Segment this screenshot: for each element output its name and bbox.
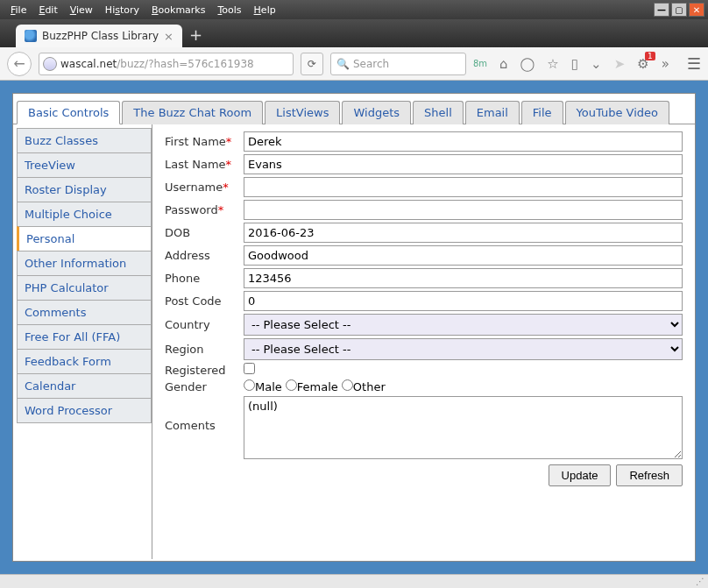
top-tab-file[interactable]: File	[521, 101, 563, 124]
menu-bookmarks[interactable]: Bookmarks	[146, 3, 210, 18]
top-tab-listviews[interactable]: ListViews	[265, 101, 340, 124]
addon-badge: 1	[645, 52, 655, 60]
top-tab-the-buzz-chat-room[interactable]: The Buzz Chat Room	[122, 101, 263, 124]
search-icon: 🔍	[336, 58, 350, 70]
search-box[interactable]: 🔍 Search	[330, 53, 466, 75]
browser-toolbar: ← wascal.net/buzz/?hash=576c161938 ⟳ 🔍 S…	[0, 47, 708, 81]
tab-close-icon[interactable]: ×	[164, 30, 173, 43]
sidebar-item-feedback-form[interactable]: Feedback Form	[17, 349, 152, 373]
label-post-code: Post Code	[165, 294, 244, 308]
label-phone: Phone	[165, 272, 244, 285]
timer-indicator[interactable]: 8m	[473, 59, 487, 68]
send-icon[interactable]: ➤	[614, 56, 626, 72]
window-titlebar: File Edit View History Bookmarks Tools H…	[0, 0, 708, 19]
url-host: wascal.net	[60, 58, 117, 70]
chat-icon[interactable]: ◯	[520, 56, 535, 72]
label-dob: DOB	[165, 226, 244, 239]
browser-tabstrip: BuzzPHP Class Library × +	[0, 19, 708, 47]
back-button[interactable]: ←	[7, 52, 32, 76]
top-tab-shell[interactable]: Shell	[413, 101, 464, 124]
pocket-icon[interactable]: ⌄	[591, 56, 602, 72]
sidebar-item-treeview[interactable]: TreeView	[17, 152, 152, 177]
label-password: Password*	[165, 203, 244, 216]
globe-icon	[43, 57, 57, 71]
sidebar-item-personal[interactable]: Personal	[17, 226, 152, 251]
resize-grip-icon[interactable]: ⋰	[696, 577, 704, 586]
label-registered: Registered	[165, 364, 244, 377]
close-button[interactable]: ✕	[689, 3, 704, 17]
home-icon[interactable]: ⌂	[499, 56, 508, 72]
gender-radio-female[interactable]	[286, 379, 297, 391]
sidebar-item-roster-display[interactable]: Roster Display	[17, 177, 152, 202]
label-gender: Gender	[165, 380, 244, 393]
url-text: wascal.net/buzz/?hash=576c161938	[60, 58, 289, 70]
url-path: /buzz/?hash=576c161938	[117, 58, 253, 70]
gender-radio-male[interactable]	[244, 379, 255, 391]
addon-icon[interactable]: ⚙1	[637, 56, 648, 72]
sidebar-item-php-calculator[interactable]: PHP Calculator	[17, 275, 152, 300]
gender-radio-other[interactable]	[342, 379, 353, 391]
phone-input[interactable]	[244, 268, 683, 288]
gender-option-other[interactable]: Other	[342, 379, 386, 393]
window-controls: — ▢ ✕	[654, 3, 708, 17]
bookmark-star-icon[interactable]: ☆	[547, 56, 558, 72]
top-tab-email[interactable]: Email	[465, 101, 520, 124]
sidebar-item-multiple-choice[interactable]: Multiple Choice	[17, 202, 152, 226]
username-input[interactable]	[244, 177, 683, 197]
sidebar-item-comments[interactable]: Comments	[17, 300, 152, 324]
comments-textarea[interactable]: (null)	[244, 396, 683, 459]
page-background: Basic ControlsThe Buzz Chat RoomListView…	[0, 81, 708, 574]
label-address: Address	[165, 249, 244, 262]
update-button[interactable]: Update	[549, 464, 612, 486]
menu-history[interactable]: History	[100, 3, 145, 18]
label-last-name: Last Name*	[165, 158, 244, 171]
clipboard-icon[interactable]: ▯	[571, 56, 578, 72]
post-code-input[interactable]	[244, 291, 683, 311]
label-country: Country	[165, 318, 244, 331]
new-tab-button[interactable]: +	[189, 25, 202, 44]
menu-help[interactable]: Help	[249, 3, 281, 18]
menu-view[interactable]: View	[65, 3, 98, 18]
hamburger-menu-icon[interactable]: ☰	[687, 54, 701, 73]
tab-title: BuzzPHP Class Library	[42, 30, 159, 42]
dob-input[interactable]	[244, 223, 683, 243]
menu-edit[interactable]: Edit	[33, 3, 62, 18]
menu-file[interactable]: File	[5, 3, 32, 18]
label-first-name: First Name*	[165, 135, 244, 148]
region-select[interactable]: -- Please Select --	[244, 338, 683, 360]
address-input[interactable]	[244, 245, 683, 266]
menu-bar: File Edit View History Bookmarks Tools H…	[0, 3, 281, 18]
status-bar: ⋰	[0, 574, 708, 588]
minimize-button[interactable]: —	[654, 3, 669, 17]
search-placeholder: Search	[353, 58, 389, 70]
gender-option-male[interactable]: Male	[244, 379, 282, 393]
label-comments: Coments	[165, 396, 244, 432]
password-input[interactable]	[244, 200, 683, 220]
sidebar-item-free-for-all-ffa-[interactable]: Free For All (FFA)	[17, 324, 152, 349]
overflow-button[interactable]: »	[662, 56, 669, 72]
sidebar-item-buzz-classes[interactable]: Buzz Classes	[17, 128, 152, 152]
sidebar: Buzz ClassesTreeViewRoster DisplayMultip…	[13, 124, 152, 559]
gender-option-female[interactable]: Female	[286, 379, 338, 393]
first-name-input[interactable]	[244, 131, 683, 152]
refresh-button[interactable]: Refresh	[616, 464, 683, 486]
toolbar-icons: 8m ⌂ ◯ ☆ ▯ ⌄ ➤ ⚙1 » ☰	[473, 54, 701, 73]
main-tabs: Basic ControlsThe Buzz Chat RoomListView…	[13, 94, 695, 124]
maximize-button[interactable]: ▢	[671, 3, 687, 17]
page-card: Basic ControlsThe Buzz Chat RoomListView…	[12, 93, 696, 562]
top-tab-youtube-video[interactable]: YouTube Video	[565, 101, 669, 124]
last-name-input[interactable]	[244, 154, 683, 174]
sidebar-item-word-processor[interactable]: Word Processor	[17, 398, 152, 423]
content-row: Buzz ClassesTreeViewRoster DisplayMultip…	[13, 124, 695, 559]
url-bar[interactable]: wascal.net/buzz/?hash=576c161938	[39, 53, 294, 75]
country-select[interactable]: -- Please Select --	[244, 314, 683, 336]
menu-tools[interactable]: Tools	[212, 3, 246, 18]
sidebar-item-other-information[interactable]: Other Information	[17, 251, 152, 275]
top-tab-basic-controls[interactable]: Basic Controls	[17, 101, 120, 124]
top-tab-widgets[interactable]: Widgets	[342, 101, 411, 124]
reload-button[interactable]: ⟳	[301, 53, 323, 75]
sidebar-item-calendar[interactable]: Calendar	[17, 373, 152, 398]
browser-tab[interactable]: BuzzPHP Class Library ×	[16, 25, 182, 47]
registered-checkbox[interactable]	[244, 363, 255, 374]
label-region: Region	[165, 343, 244, 356]
